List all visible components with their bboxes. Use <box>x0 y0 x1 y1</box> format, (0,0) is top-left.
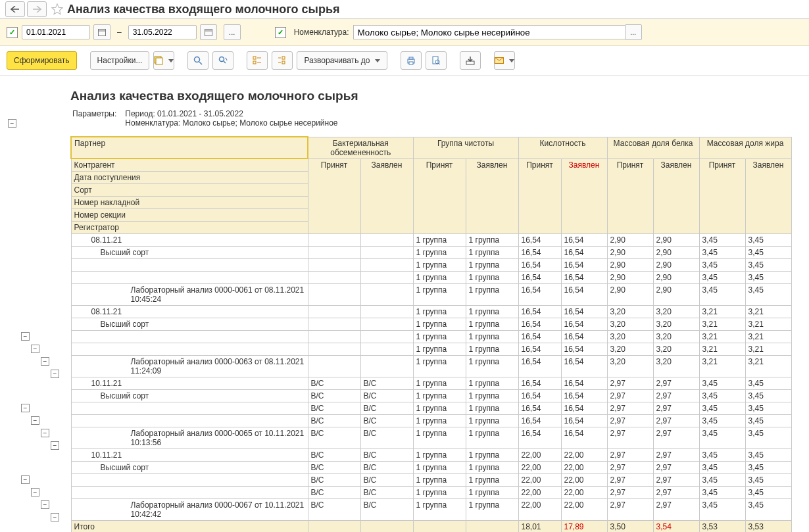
nomenclature-checkbox[interactable]: ✓ <box>275 27 286 38</box>
cell: 16,54 <box>561 377 607 390</box>
hdr-group-3[interactable]: Массовая доля белка <box>607 137 699 158</box>
cell: 1 группа <box>413 427 466 449</box>
row-label[interactable] <box>71 415 308 427</box>
hdr-declared-2[interactable]: Заявлен <box>561 158 607 234</box>
row-label[interactable]: Лабораторный анализ 0000-0061 от 08.11.2… <box>71 284 308 306</box>
generate-button[interactable]: Сформировать <box>7 51 77 70</box>
hdr-accepted-2[interactable]: Принят <box>518 158 561 234</box>
cell: 1 группа <box>466 234 518 247</box>
data-row: Высший сортВ/СВ/С1 группа1 группа22,0022… <box>71 462 791 474</box>
hdr-date[interactable]: Дата поступления <box>71 172 308 184</box>
nomenclature-input[interactable] <box>353 25 625 39</box>
expand-to-button[interactable]: Разворачивать до <box>297 51 387 70</box>
save-button[interactable] <box>460 51 481 70</box>
calendar-from-button[interactable] <box>93 24 110 40</box>
tree-toggle[interactable]: − <box>51 441 59 450</box>
tree-toggle[interactable]: − <box>31 488 39 496</box>
cell: 1 группа <box>413 474 466 487</box>
cell: 1 группа <box>413 318 466 331</box>
cell: 2,90 <box>653 234 699 247</box>
hdr-invoice[interactable]: Номер накладной <box>71 197 308 209</box>
tree-toggle[interactable]: − <box>51 370 59 378</box>
hdr-sort[interactable]: Сорт <box>71 184 308 197</box>
row-label[interactable] <box>71 343 308 356</box>
nomenclature-select-button[interactable]: ... <box>625 24 642 40</box>
variants-button[interactable] <box>153 51 174 70</box>
row-label[interactable]: Высший сорт <box>71 247 308 259</box>
hdr-group-2[interactable]: Кислотность <box>518 137 607 158</box>
tree-toggle[interactable]: − <box>51 513 59 521</box>
row-label[interactable] <box>71 402 308 415</box>
hdr-partner[interactable]: Партнер <box>71 137 308 158</box>
hdr-group-0[interactable]: Бактериальная обсемененность <box>308 137 413 158</box>
hdr-accepted-3[interactable]: Принят <box>607 158 653 234</box>
row-label[interactable]: 08.11.21 <box>71 234 308 247</box>
period-checkbox[interactable]: ✓ <box>7 27 18 38</box>
cell: 2,97 <box>653 462 699 474</box>
settings-button[interactable]: Настройки... <box>90 51 150 70</box>
hdr-declared-0[interactable]: Заявлен <box>360 158 413 234</box>
collapse-all-button[interactable] <box>247 51 268 70</box>
forward-button[interactable] <box>27 1 47 17</box>
hdr-declared-4[interactable]: Заявлен <box>745 158 791 234</box>
data-row: Лабораторный анализ 0000-0067 от 10.11.2… <box>71 499 791 521</box>
find-button[interactable] <box>187 51 208 70</box>
find-next-button[interactable] <box>212 51 233 70</box>
cell: 16,54 <box>561 234 607 247</box>
row-label[interactable] <box>71 272 308 284</box>
hdr-group-1[interactable]: Группа чистоты <box>413 137 518 158</box>
back-button[interactable] <box>5 1 25 17</box>
tree-toggle[interactable]: − <box>21 475 30 484</box>
expand-all-button[interactable] <box>272 51 293 70</box>
row-label[interactable] <box>71 331 308 343</box>
row-label[interactable]: Высший сорт <box>71 462 308 474</box>
hdr-section[interactable]: Номер секции <box>71 209 308 222</box>
data-row: 1 группа1 группа16,5416,543,203,203,213,… <box>71 331 791 343</box>
period-select-button[interactable]: ... <box>224 24 241 40</box>
hdr-registrator[interactable]: Регистратор <box>71 222 308 234</box>
row-label[interactable]: 10.11.21 <box>71 449 308 462</box>
cell: 3,21 <box>699 343 745 356</box>
toolbar: Сформировать Настройки... Разворачивать … <box>0 46 809 76</box>
row-label[interactable]: Лабораторный анализ 0000-0065 от 10.11.2… <box>71 427 308 449</box>
hdr-declared-3[interactable]: Заявлен <box>653 158 699 234</box>
cell: 16,54 <box>518 284 561 306</box>
tree-collapse-root[interactable]: − <box>8 119 16 128</box>
print-button[interactable] <box>401 51 422 70</box>
tree-toggle[interactable]: − <box>31 345 39 353</box>
tree-toggle[interactable]: − <box>41 429 49 437</box>
cell: 2,97 <box>607 377 653 390</box>
cell: 1 группа <box>466 415 518 427</box>
hdr-accepted-1[interactable]: Принят <box>413 158 466 234</box>
cell: 2,97 <box>653 499 699 521</box>
tree-toggle[interactable]: − <box>41 500 49 509</box>
cell: 3,45 <box>699 234 745 247</box>
hdr-declared-1[interactable]: Заявлен <box>466 158 518 234</box>
calendar-to-button[interactable] <box>200 24 217 40</box>
row-label[interactable] <box>71 487 308 499</box>
hdr-kontragent[interactable]: Контрагент <box>71 158 308 172</box>
tree-toggle[interactable]: − <box>21 332 30 341</box>
tree-toggle[interactable]: − <box>41 357 49 366</box>
row-label[interactable]: Лабораторный анализ 0000-0067 от 10.11.2… <box>71 499 308 521</box>
tree-toggle[interactable]: − <box>21 404 30 412</box>
hdr-group-4[interactable]: Массовая доля жира <box>699 137 791 158</box>
date-from-input[interactable] <box>22 25 90 39</box>
row-label[interactable]: Лабораторный анализ 0000-0063 от 08.11.2… <box>71 356 308 377</box>
row-label[interactable] <box>71 259 308 272</box>
favorite-star-icon[interactable] <box>51 3 63 15</box>
cell: 16,54 <box>561 343 607 356</box>
row-label[interactable] <box>71 474 308 487</box>
email-button[interactable] <box>494 51 515 70</box>
row-label[interactable]: Высший сорт <box>71 318 308 331</box>
preview-button[interactable] <box>426 51 447 70</box>
hdr-accepted-0[interactable]: Принят <box>308 158 360 234</box>
cell <box>360 331 413 343</box>
hdr-accepted-4[interactable]: Принят <box>699 158 745 234</box>
cell: В/С <box>360 499 413 521</box>
row-label[interactable]: Высший сорт <box>71 390 308 402</box>
row-label[interactable]: 08.11.21 <box>71 306 308 318</box>
row-label[interactable]: 10.11.21 <box>71 377 308 390</box>
date-to-input[interactable] <box>128 25 197 39</box>
tree-toggle[interactable]: − <box>31 416 39 425</box>
